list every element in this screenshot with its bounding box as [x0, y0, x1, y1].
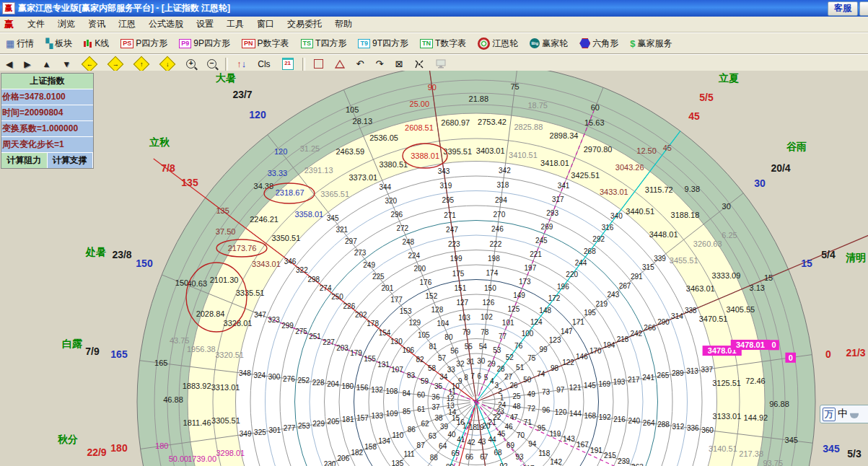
ime-moon-icon[interactable] — [850, 410, 859, 418]
gann-wheel-canvas[interactable]: 1234567891011121314151617181920212223242… — [0, 71, 868, 466]
draw-arc-cw-icon[interactable]: ↷ — [371, 57, 389, 71]
wheel-spiral-number: 38 — [434, 414, 443, 422]
draw-zoom-in-icon[interactable]: + — [181, 57, 201, 71]
draw-btn-12[interactable]: Cls — [253, 57, 275, 71]
draw-zoom-out-icon[interactable]: − — [202, 57, 222, 71]
tool-hexagon-icon[interactable]: 六角形 — [574, 35, 623, 52]
wheel-number: 2463.59 — [336, 147, 364, 156]
customer-service-button[interactable]: 客服 — [828, 1, 858, 16]
wheel-spiral-number: 103 — [458, 314, 470, 322]
wheel-number: 15.63 — [584, 118, 605, 127]
outer-label-date: 5/3 — [847, 448, 862, 460]
wheel-spiral-number: 57 — [438, 354, 447, 362]
tool-grid-icon[interactable]: ▦行情 — [1, 35, 39, 52]
tool-big-wheel-icon[interactable]: Big赢家轮 — [525, 35, 573, 52]
draw-arc-ccw-icon[interactable]: ↶ — [351, 57, 369, 71]
tool-gann-wheel-icon[interactable]: 江恩轮 — [473, 35, 523, 52]
menu-item-8[interactable]: 交易委托 — [281, 18, 328, 30]
menu-item-6[interactable]: 工具 — [220, 18, 250, 30]
wheel-spiral-number: 145 — [584, 382, 596, 390]
wheel-spiral-number: 49 — [527, 390, 536, 398]
wheel-number: 2970.80 — [584, 145, 613, 154]
wheel-number: 144.92 — [744, 413, 768, 422]
wheel-spiral-number: 65 — [452, 449, 460, 457]
draw-diamond-down-icon[interactable]: ↓ — [155, 56, 180, 72]
wheel-number: 2173.76 — [228, 244, 257, 252]
wheel-number: 3463.01 — [686, 284, 715, 293]
draw-triangle-tool-icon[interactable] — [330, 58, 350, 71]
wheel-spiral-number: 63 — [429, 432, 437, 440]
menu-item-4[interactable]: 公式选股 — [142, 18, 190, 30]
wheel-spiral-number: 123 — [549, 336, 561, 344]
wheel-spiral-number: 178 — [367, 320, 379, 327]
wheel-spiral-number: 25 — [512, 392, 521, 400]
draw-diamond-up-icon[interactable]: ↑ — [129, 56, 154, 72]
draw-nav-right-icon[interactable]: ▶ — [19, 57, 35, 71]
tool-label: T数字表 — [435, 38, 466, 50]
draw-square-tool-icon[interactable] — [309, 57, 328, 71]
menu-item-9[interactable]: 帮助 — [328, 18, 359, 30]
menu-item-5[interactable]: 设置 — [190, 18, 220, 30]
wheel-spiral-number: 62 — [421, 420, 430, 428]
calc-support-button[interactable]: 计算支撑 — [48, 153, 94, 168]
wheel-spiral-number: 219 — [595, 300, 608, 308]
draw-diamond-left-icon[interactable]: ← — [77, 56, 102, 72]
wheel-spiral-number: 86 — [408, 426, 416, 434]
tool-btn-7[interactable]: T99T四方形 — [353, 35, 413, 52]
wheel-spiral-number: 59 — [421, 377, 429, 385]
outer-label-term: 谷雨 — [786, 141, 807, 152]
draw-nav-down-icon[interactable]: ▼ — [57, 57, 76, 71]
tool-btn-8[interactable]: TNT数字表 — [415, 35, 471, 52]
menu-item-1[interactable]: 浏览 — [51, 18, 82, 30]
menu-item-0[interactable]: 文件 — [21, 18, 51, 30]
draw-nav-left-icon[interactable]: ◀ — [1, 57, 17, 71]
tool-btn-4[interactable]: P99P四方形 — [174, 35, 235, 52]
draw-calendar-icon[interactable]: 21 — [277, 56, 299, 72]
ime-lang-label[interactable]: 中 — [838, 408, 848, 421]
panel-row-3: 周天变化步长=1 — [1, 137, 93, 153]
tool-label: T四方形 — [315, 38, 346, 50]
tool-btn-6[interactable]: TST四方形 — [296, 35, 352, 52]
tool-candles-icon[interactable]: K线 — [79, 35, 114, 52]
wheel-spiral-number: 312 — [672, 423, 685, 431]
wheel-spiral-number: 61 — [417, 405, 426, 413]
wheel-spiral-number: 85 — [403, 408, 411, 416]
wheel-spiral-number: 253 — [298, 422, 310, 430]
wheel-number: 165 — [154, 359, 167, 367]
titlebar-extra-button[interactable] — [859, 1, 868, 16]
tool-blocks-icon[interactable]: ▚板块 — [40, 35, 77, 52]
wheel-spiral-number: 264 — [643, 419, 655, 427]
wheel-spiral-number: 119 — [549, 430, 561, 438]
tool-label: 赢家轮 — [542, 38, 568, 50]
wheel-spiral-number: 228 — [312, 379, 325, 387]
tool-btn-3[interactable]: PSP四方形 — [115, 35, 172, 52]
calc-resistance-button[interactable]: 计算阻力 — [1, 153, 48, 168]
wheel-number: 2680.97 — [441, 118, 470, 127]
draw-center-icon[interactable] — [409, 57, 429, 71]
wheel-spiral-number: 218 — [617, 335, 629, 343]
outer-label-angle: 180 — [110, 442, 128, 454]
wheel-number: 1739.00 — [188, 454, 216, 463]
wheel-number: 30 — [722, 202, 731, 211]
draw-screen-icon[interactable] — [431, 57, 451, 71]
wheel-spiral-number: 68 — [494, 449, 503, 457]
draw-label: Cls — [258, 59, 270, 69]
menu-item-7[interactable]: 窗口 — [250, 18, 281, 30]
draw-updown-icon[interactable]: ↑↓ — [232, 57, 251, 71]
wheel-spiral-number: 46 — [505, 423, 514, 431]
ime-toolbar[interactable]: 万 中 — [820, 405, 868, 423]
tool-btn-5[interactable]: PNP数字表 — [237, 35, 294, 52]
wheel-spiral-number: 41 — [457, 436, 465, 444]
wheel-number: 105 — [346, 105, 359, 114]
wheel-number: 2318.67 — [276, 188, 304, 197]
tool-label: 行情 — [17, 38, 34, 50]
draw-boxed-x-icon[interactable]: ⊠ — [390, 57, 408, 71]
draw-nav-up-icon[interactable]: ▲ — [37, 57, 56, 71]
wheel-spiral-number: 101 — [502, 319, 514, 327]
draw-diamond-right-icon[interactable]: → — [103, 56, 128, 72]
tool-dollar-icon[interactable]: $赢家服务 — [625, 35, 677, 52]
ime-mode-icon[interactable]: 万 — [823, 408, 836, 421]
menu-item-2[interactable]: 资讯 — [82, 18, 112, 30]
wheel-spiral-number: 267 — [619, 282, 631, 290]
menu-item-3[interactable]: 江恩 — [112, 18, 142, 30]
